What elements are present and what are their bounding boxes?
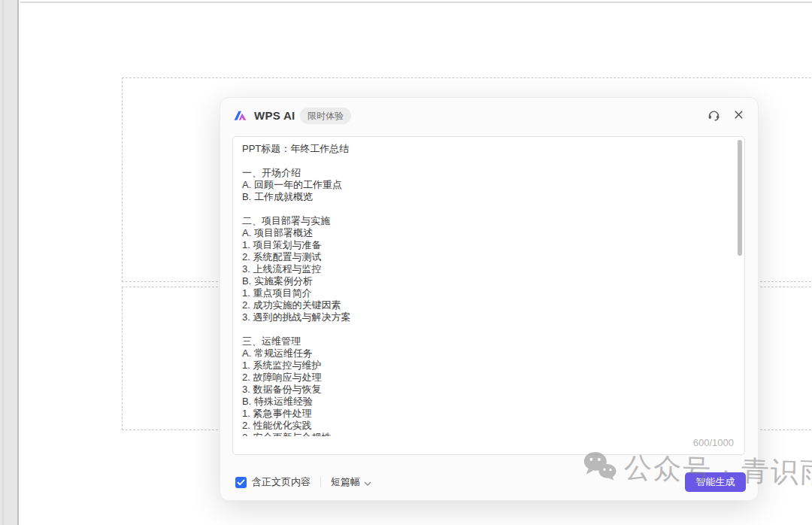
length-dropdown[interactable]: 短篇幅	[331, 475, 371, 489]
checkmark-icon	[237, 475, 245, 489]
headset-icon	[707, 108, 721, 124]
include-body-checkbox[interactable]	[235, 477, 247, 488]
footer-divider	[320, 477, 321, 487]
chevron-down-icon	[364, 475, 371, 489]
wps-ai-dialog: WPS AI 限时体验	[220, 97, 759, 501]
outline-textarea[interactable]: PPT标题：年终工作总结 一、开场介绍 A. 回顾一年的工作重点 B. 工作成就…	[232, 136, 745, 455]
close-icon	[733, 109, 744, 123]
close-button[interactable]	[730, 108, 747, 124]
outline-viewport: PPT标题：年终工作总结 一、开场介绍 A. 回顾一年的工作重点 B. 工作成就…	[242, 143, 735, 436]
support-headset-button[interactable]	[705, 108, 722, 124]
trial-badge: 限时体验	[300, 108, 351, 124]
scrollbar-thumb[interactable]	[738, 140, 742, 256]
wps-ai-logo-icon	[232, 108, 248, 123]
generate-button[interactable]: 智能生成	[685, 472, 746, 492]
outline-text: PPT标题：年终工作总结 一、开场介绍 A. 回顾一年的工作重点 B. 工作成就…	[242, 143, 735, 436]
char-counter: 600/1000	[693, 437, 734, 448]
include-body-label: 含正文页内容	[252, 475, 311, 489]
app-screen: WPS AI 限时体验	[0, 0, 812, 525]
left-panel-edge	[0, 0, 19, 525]
canvas-top-border	[20, 2, 812, 3]
dialog-title: WPS AI	[254, 109, 295, 122]
left-panel-divider	[2, 0, 4, 525]
dialog-header: WPS AI 限时体验	[220, 98, 758, 134]
dialog-footer: 含正文页内容 短篇幅	[235, 472, 371, 493]
length-dropdown-value: 短篇幅	[331, 475, 360, 489]
